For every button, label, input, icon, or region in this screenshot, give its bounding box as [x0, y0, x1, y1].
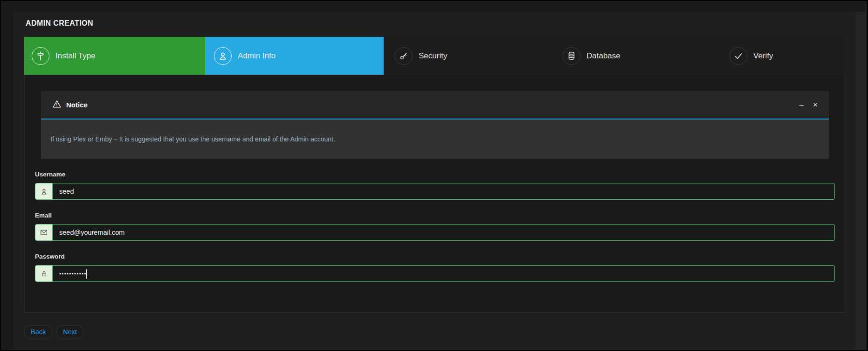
back-button[interactable]: Back: [24, 325, 52, 338]
user-icon: [214, 47, 232, 65]
notice-title: Notice: [66, 101, 88, 109]
notice-controls: – ×: [799, 101, 818, 109]
tab-label: Database: [586, 51, 620, 61]
username-input[interactable]: [53, 183, 834, 199]
close-icon[interactable]: ×: [813, 101, 818, 109]
database-icon: [563, 47, 580, 65]
tab-admin-info[interactable]: Admin Info: [205, 37, 384, 75]
wizard-actions: Back Next: [24, 325, 83, 338]
main-panel: ADMIN CREATION Install Type: [13, 12, 856, 350]
page-background: ADMIN CREATION Install Type: [1, 1, 867, 350]
email-input-group: [35, 224, 835, 241]
warning-icon: [52, 99, 62, 111]
tab-label: Admin Info: [238, 51, 276, 61]
tab-label: Security: [419, 51, 447, 61]
tab-install-type[interactable]: Install Type: [24, 37, 205, 75]
lock-icon: [35, 266, 53, 281]
notice-body: If using Plex or Emby – It is suggested …: [41, 119, 829, 159]
check-icon: [730, 47, 747, 65]
email-input[interactable]: [53, 225, 834, 240]
wizard-step-tabs: Install Type Admin Info: [24, 37, 845, 75]
tab-security[interactable]: Security: [384, 37, 537, 75]
password-input[interactable]: [53, 266, 834, 281]
scrollbar-track[interactable]: [856, 12, 866, 350]
email-label: Email: [35, 212, 52, 219]
envelope-icon: [35, 225, 53, 240]
minimize-icon[interactable]: –: [799, 101, 804, 109]
username-label: Username: [35, 171, 65, 178]
user-icon: [35, 183, 53, 199]
text-caret: [86, 269, 87, 279]
tab-label: Verify: [753, 51, 773, 61]
notice-panel: Notice – × If using Plex or Emby – It is…: [41, 91, 829, 159]
tab-verify[interactable]: Verify: [691, 37, 845, 75]
next-button[interactable]: Next: [56, 325, 83, 338]
notice-header: Notice – ×: [41, 91, 829, 119]
notice-text: If using Plex or Emby – It is suggested …: [50, 135, 335, 143]
form-container: Notice – × If using Plex or Emby – It is…: [24, 75, 845, 313]
password-label: Password: [35, 253, 65, 260]
page-title: ADMIN CREATION: [26, 19, 93, 28]
tab-label: Install Type: [55, 51, 96, 61]
tab-database[interactable]: Database: [537, 37, 691, 75]
signpost-icon: [32, 47, 49, 65]
password-input-group: [35, 265, 835, 282]
screenshot-frame: ADMIN CREATION Install Type: [0, 0, 868, 351]
username-input-group: [35, 183, 835, 200]
key-icon: [395, 47, 413, 65]
